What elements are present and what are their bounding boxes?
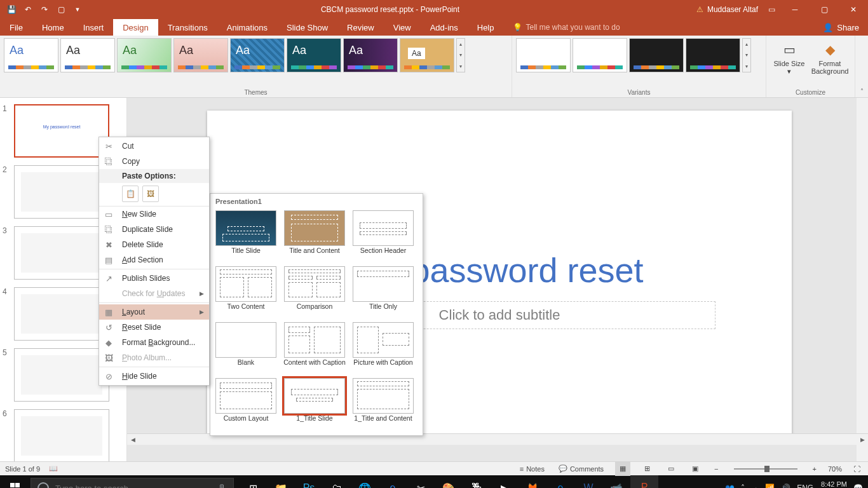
view-sorter[interactable]: ⊞ [639,462,654,476]
tab-view[interactable]: View [384,19,421,36]
tab-transitions[interactable]: Transitions [158,19,217,36]
taskbar-app-word[interactable]: W [574,475,602,488]
tab-file[interactable]: File [0,19,32,36]
start-from-beginning-icon[interactable]: ▢ [56,4,66,15]
hscroll-right[interactable]: ▶ [857,437,868,443]
menu-reset-slide[interactable]: ↺Reset Slide [99,320,209,335]
collapse-ribbon-button[interactable]: ˄ [855,36,868,97]
taskbar-app-7zip[interactable]: 🗜 [463,475,491,488]
variant-4[interactable] [686,38,740,72]
taskbar-app-chrome[interactable]: 🌐 [351,475,379,488]
menu-publish-slides[interactable]: ↗Publish Slides [99,271,209,286]
taskbar-app-explorer[interactable]: 📁 [267,475,295,488]
zoom-level[interactable]: 70% [828,465,842,473]
theme-8[interactable]: Aa [400,38,454,72]
layout-title-slide[interactable]: Title Slide [213,209,279,264]
theme-office[interactable]: Aa [4,38,58,72]
tab-help[interactable]: Help [468,19,504,36]
taskbar-search[interactable]: 🎙 [31,478,234,488]
layout-comparison[interactable]: Comparison [281,265,348,320]
theme-6[interactable]: Aa [287,38,341,72]
layout-1-title-slide[interactable]: 1_Title Slide [281,377,348,431]
slide-thumbnail-5[interactable] [14,348,109,402]
layout-title-and-content[interactable]: Title and Content [281,209,348,264]
layout-two-content[interactable]: Two Content [213,265,279,320]
tab-slideshow[interactable]: Slide Show [277,19,337,36]
tell-me-search[interactable]: 💡 Tell me what you want to do [504,19,815,36]
zoom-out[interactable]: − [712,462,721,476]
tray-language[interactable]: ENG [797,484,813,488]
theme-7[interactable]: Aa [343,38,398,72]
comments-button[interactable]: 💬Comments [556,462,606,476]
taskbar-app-photoshop[interactable]: Ps [295,475,323,488]
task-view-button[interactable]: ⊞ [239,475,267,488]
format-background-button[interactable]: ◆ Format Background [811,38,849,77]
taskbar-app-firefox[interactable]: 🦊 [519,475,546,488]
layout-custom[interactable]: Custom Layout [213,377,279,431]
close-button[interactable]: ✕ [839,0,868,19]
tab-design[interactable]: Design [113,19,158,36]
minimize-button[interactable]: ─ [780,0,810,19]
mic-icon[interactable]: 🎙 [218,483,227,488]
menu-copy[interactable]: ⿻Copy [99,154,209,169]
redo-icon[interactable]: ↷ [39,4,50,15]
tab-insert[interactable]: Insert [74,19,114,36]
layout-section-header[interactable]: Section Header [350,209,416,264]
slide-thumbnail-3[interactable] [14,226,109,280]
slide-thumbnail-6[interactable] [14,409,109,461]
taskbar-app-zoom[interactable]: 📹 [602,475,630,488]
menu-format-background[interactable]: ◆Format Background... [99,335,209,350]
tab-home[interactable]: Home [32,19,74,36]
account-area[interactable]: ⚠ Muddaser Altaf ▭ [691,5,780,14]
start-button[interactable] [0,483,31,488]
qat-dropdown-icon[interactable]: ▼ [72,4,83,15]
theme-3[interactable]: Aa [117,38,172,72]
zoom-in[interactable]: + [810,462,819,476]
variant-1[interactable] [516,38,571,72]
fit-to-window[interactable]: ⛶ [851,462,863,476]
taskbar-app-paint[interactable]: 🎨 [435,475,463,488]
themes-more-button[interactable]: ▴▾▾ [456,38,465,72]
menu-delete-slide[interactable]: ✖Delete Slide [99,237,209,252]
maximize-button[interactable]: ▢ [810,0,839,19]
tab-animations[interactable]: Animations [217,19,277,36]
taskbar-app-media[interactable]: ▶ [491,475,519,488]
layout-picture-with-caption[interactable]: Picture with Caption [350,321,416,376]
status-spell-check-icon[interactable]: 📖 [49,464,58,473]
zoom-slider[interactable] [734,468,797,470]
view-reading[interactable]: ▭ [663,462,679,476]
slide-thumbnail-4[interactable] [14,287,109,341]
paste-use-destination-theme[interactable]: 📋 [122,186,139,202]
taskbar-app-edge[interactable]: e [546,475,574,488]
variants-more-button[interactable]: ▴▾▾ [742,38,751,72]
tray-notifications-icon[interactable]: 💬 [853,484,863,488]
theme-2[interactable]: Aa [60,38,115,72]
taskbar-app-powerpoint[interactable]: P [630,475,658,488]
taskbar-search-input[interactable] [55,484,212,489]
menu-cut[interactable]: ✂Cut [99,139,209,154]
variant-3[interactable] [629,38,684,72]
notes-button[interactable]: ≡Notes [517,462,547,476]
slide-thumbnail-1[interactable]: My password reset [14,104,109,158]
layout-blank[interactable]: Blank [213,321,279,376]
tab-addins[interactable]: Add-ins [421,19,468,36]
share-button[interactable]: 👤 Share [814,19,868,36]
undo-icon[interactable]: ↶ [23,4,33,15]
paste-picture[interactable]: 🖼 [142,186,159,202]
tab-review[interactable]: Review [337,19,384,36]
tray-onedrive-icon[interactable]: ☁ [751,484,759,488]
menu-add-section[interactable]: ▤Add Section [99,252,209,268]
slide-size-button[interactable]: ▭ Slide Size ▾ [770,38,808,77]
tray-clock[interactable]: 8:42 PM 2/5/2018 [820,480,847,488]
slide-thumbnail-2[interactable] [14,165,109,219]
theme-4[interactable]: Aa [173,38,228,72]
view-normal[interactable]: ▦ [615,462,630,476]
tray-volume-icon[interactable]: 🔊 [781,484,790,488]
menu-duplicate-slide[interactable]: ⿻Duplicate Slide [99,222,209,237]
layout-title-only[interactable]: Title Only [350,265,416,320]
menu-hide-slide[interactable]: ⊘Hide Slide [99,369,209,384]
tray-network-icon[interactable]: 📶 [765,484,775,488]
vertical-scrollbar[interactable] [857,98,868,461]
view-slideshow[interactable]: ▣ [688,462,703,476]
tray-people-icon[interactable]: 👥 [725,484,735,488]
